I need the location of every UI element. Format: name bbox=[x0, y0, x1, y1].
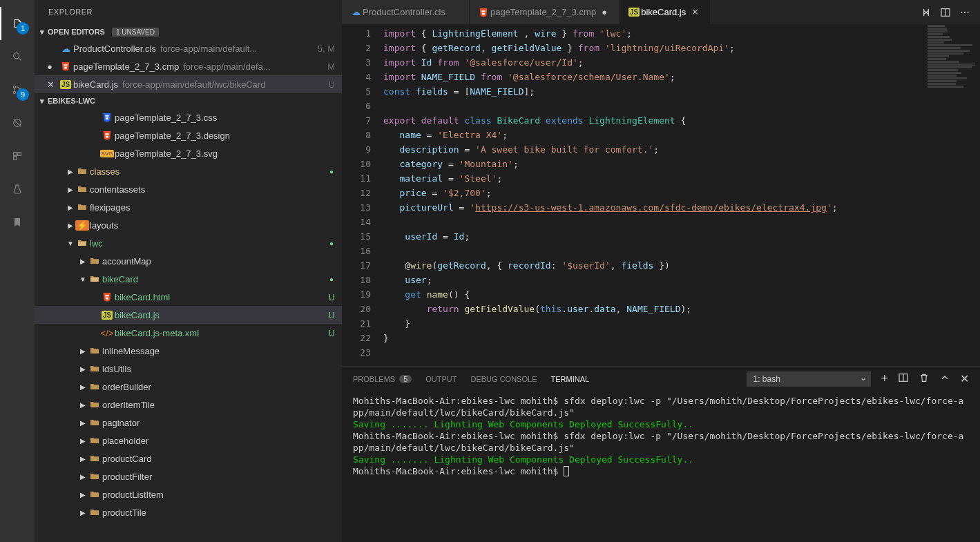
file-path: force-app/main/default/lwc/bikeCard bbox=[122, 79, 329, 90]
panel-tab-terminal[interactable]: TERMINAL bbox=[550, 375, 589, 383]
tree-label: bikeCard.js bbox=[115, 310, 160, 320]
close-icon[interactable]: ✕ bbox=[47, 79, 58, 90]
tree-file[interactable]: SVGpageTemplate_2_7_3.svg bbox=[35, 144, 342, 162]
tree-folder[interactable]: ▶orderItemTile bbox=[35, 396, 342, 414]
tree-folder[interactable]: ▶placeholder bbox=[35, 432, 342, 449]
compare-changes-icon[interactable] bbox=[916, 0, 936, 24]
folder-icon bbox=[87, 345, 102, 356]
tree-arrow-icon: ▶ bbox=[79, 365, 87, 373]
activity-scm[interactable]: 9 bbox=[0, 73, 35, 106]
tab-label: bikeCard.js bbox=[641, 7, 686, 17]
close-icon[interactable]: ✕ bbox=[691, 7, 702, 17]
svg-rect-5 bbox=[14, 153, 17, 156]
tree-file[interactable]: pageTemplate_2_7_3.design bbox=[35, 126, 342, 144]
close-panel-icon[interactable]: ✕ bbox=[960, 372, 969, 385]
explorer-sidebar: EXPLORER ▾ OPEN EDITORS 1 UNSAVED ☁Produ… bbox=[35, 0, 342, 542]
code-content[interactable]: import { LightningElement , wire } from … bbox=[383, 24, 925, 366]
panel-tab-debug[interactable]: DEBUG CONSOLE bbox=[471, 375, 537, 383]
tree-folder[interactable]: ▶productFilter bbox=[35, 467, 342, 485]
editor-tab[interactable]: ☁ProductController.cls✕ bbox=[342, 0, 470, 24]
tree-folder[interactable]: ▶⚡layouts bbox=[35, 216, 342, 234]
open-editors-label: OPEN EDITORS bbox=[48, 28, 105, 36]
tree-folder[interactable]: ▶paginator bbox=[35, 414, 342, 432]
tree-folder[interactable]: ▼bikeCard● bbox=[35, 270, 342, 288]
tree-file[interactable]: bikeCard.htmlU bbox=[35, 288, 342, 306]
tree-folder[interactable]: ▶contentassets bbox=[35, 180, 342, 198]
svg-point-9 bbox=[961, 11, 962, 12]
svg-point-2 bbox=[13, 91, 15, 93]
git-status: 5, M bbox=[318, 43, 342, 54]
editor-tab[interactable]: pageTemplate_2_7_3.cmp● bbox=[470, 0, 620, 24]
maximize-panel-icon[interactable] bbox=[939, 372, 950, 385]
minimap[interactable] bbox=[925, 24, 980, 366]
activity-explorer[interactable]: 1 bbox=[0, 7, 35, 40]
activity-extensions[interactable] bbox=[0, 139, 35, 173]
terminal-output[interactable]: Mohiths-MacBook-Air:ebikes-lwc mohith$ s… bbox=[342, 391, 980, 542]
folder-icon bbox=[75, 238, 90, 249]
file-name: pageTemplate_2_7_3.cmp bbox=[73, 61, 179, 72]
project-header[interactable]: ▾ EBIKES-LWC bbox=[35, 93, 342, 108]
git-status: U bbox=[329, 328, 342, 338]
tree-label: orderBuilder bbox=[102, 382, 151, 392]
editor-tab[interactable]: JSbikeCard.js✕ bbox=[620, 0, 710, 24]
tree-folder[interactable]: ▶inlineMessage bbox=[35, 342, 342, 360]
code-editor[interactable]: 1234567891011121314151617181920212223 im… bbox=[342, 24, 980, 366]
tree-folder[interactable]: ▼lwc● bbox=[35, 234, 342, 252]
tree-arrow-icon: ▶ bbox=[79, 437, 87, 445]
tree-arrow-icon: ▶ bbox=[79, 419, 87, 427]
tree-label: contentassets bbox=[90, 184, 145, 195]
tree-label: placeholder bbox=[102, 436, 148, 446]
tree-arrow-icon: ▶ bbox=[66, 186, 75, 193]
tree-file[interactable]: </>bikeCard.js-meta.xmlU bbox=[35, 324, 342, 342]
tree-label: layouts bbox=[90, 220, 118, 231]
tree-folder[interactable]: ▶classes● bbox=[35, 162, 342, 180]
activity-bookmarks[interactable] bbox=[0, 206, 35, 239]
tree-folder[interactable]: ▶productListItem bbox=[35, 485, 342, 503]
tree-label: bikeCard.html bbox=[115, 292, 170, 302]
folder-icon bbox=[87, 381, 102, 392]
activity-tests[interactable] bbox=[0, 173, 35, 206]
folder-icon bbox=[87, 471, 102, 482]
open-editor-item[interactable]: ✕JSbikeCard.jsforce-app/main/default/lwc… bbox=[35, 75, 342, 93]
open-editor-item[interactable]: ☁ProductController.clsforce-app/main/def… bbox=[35, 39, 342, 57]
activity-bar: 1 9 bbox=[0, 0, 35, 542]
panel-tab-output[interactable]: OUTPUT bbox=[425, 375, 457, 383]
activity-debug[interactable] bbox=[0, 106, 35, 139]
tree-label: accountMap bbox=[102, 256, 151, 267]
file-icon: ☁ bbox=[58, 43, 73, 54]
tree-file[interactable]: JSbikeCard.jsU bbox=[35, 306, 342, 324]
file-name: ProductController.cls bbox=[73, 43, 156, 54]
open-editors-header[interactable]: ▾ OPEN EDITORS 1 UNSAVED bbox=[35, 24, 342, 39]
tree-label: inlineMessage bbox=[102, 346, 160, 356]
tree-arrow-icon: ▼ bbox=[66, 240, 75, 247]
tree-file[interactable]: pageTemplate_2_7_3.css bbox=[35, 108, 342, 126]
dirty-indicator: ● bbox=[602, 7, 613, 17]
more-actions-icon[interactable] bbox=[955, 0, 974, 24]
tree-arrow-icon: ▶ bbox=[79, 455, 87, 463]
tree-folder[interactable]: ▶accountMap bbox=[35, 252, 342, 270]
open-editor-item[interactable]: ●pageTemplate_2_7_3.cmpforce-app/main/de… bbox=[35, 57, 342, 75]
new-terminal-icon[interactable]: + bbox=[881, 371, 888, 386]
tree-folder[interactable]: ▶flexipages bbox=[35, 198, 342, 216]
panel-tabs: PROBLEMS 5 OUTPUT DEBUG CONSOLE TERMINAL… bbox=[342, 367, 980, 391]
kill-terminal-icon[interactable] bbox=[919, 372, 930, 385]
tree-arrow-icon: ▶ bbox=[79, 347, 87, 355]
split-editor-icon[interactable] bbox=[936, 0, 955, 24]
file-icon bbox=[99, 291, 115, 302]
tree-arrow-icon: ▶ bbox=[66, 168, 75, 175]
folder-icon bbox=[87, 417, 102, 428]
panel-tab-problems[interactable]: PROBLEMS 5 bbox=[353, 375, 412, 383]
folder-icon bbox=[87, 489, 102, 500]
terminal-select[interactable]: 1: bash bbox=[747, 371, 871, 387]
tree-folder[interactable]: ▶productCard bbox=[35, 449, 342, 467]
tree-folder[interactable]: ▶orderBuilder bbox=[35, 378, 342, 396]
explorer-badge: 1 bbox=[17, 22, 29, 35]
tree-folder[interactable]: ▶productTile bbox=[35, 503, 342, 521]
panel-actions: 1: bash + ✕ bbox=[747, 371, 969, 387]
tree-label: productListItem bbox=[102, 490, 164, 500]
tree-folder[interactable]: ▶ldsUtils bbox=[35, 360, 342, 378]
line-gutter: 1234567891011121314151617181920212223 bbox=[342, 24, 383, 366]
activity-search[interactable] bbox=[0, 40, 35, 73]
split-terminal-icon[interactable] bbox=[898, 372, 909, 385]
tree-arrow-icon: ▶ bbox=[79, 258, 87, 265]
